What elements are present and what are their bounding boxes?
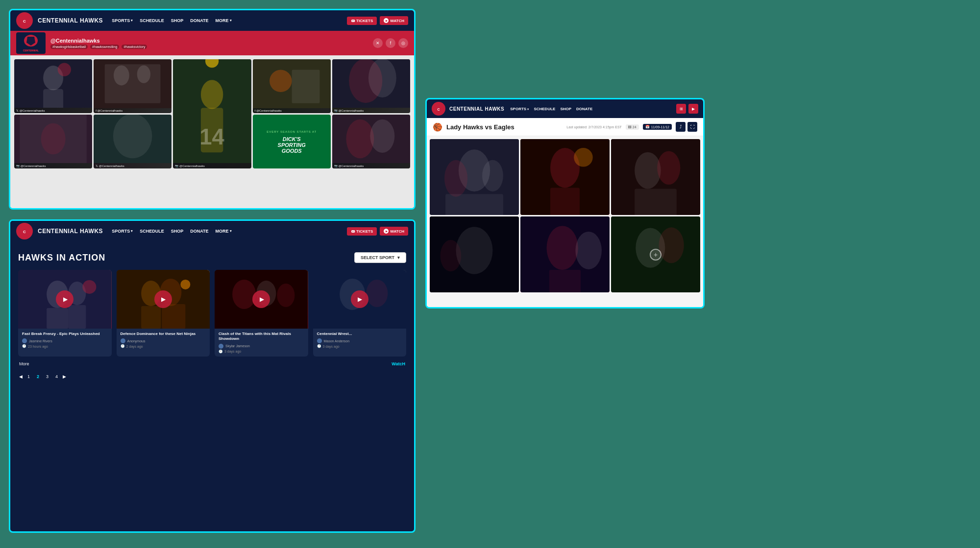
video-card-3[interactable]: Clash of the Titans with this Mat Rivals…	[215, 270, 308, 357]
p2-nav-schedule[interactable]: SCHEDULE	[140, 229, 164, 234]
grid-icon-btn[interactable]: ⊞	[676, 104, 686, 114]
gallery-photo-6[interactable]: +	[611, 216, 700, 292]
p2-watch-button[interactable]: WATCH	[380, 227, 408, 236]
svg-text:C: C	[437, 108, 440, 111]
panel3-brand: CENTENNIAL HAWKS	[449, 106, 504, 112]
select-sport-dropdown[interactable]: SELECT SPORT ▾	[354, 252, 406, 263]
p2-nav-sports[interactable]: SPORTS ▾	[112, 229, 133, 234]
dicks-tagline: EVERY SEASON STARTS AT	[265, 129, 318, 134]
page-next[interactable]: ▶	[63, 374, 66, 379]
svg-rect-8	[43, 89, 63, 108]
social-grid-item-tall[interactable]: 14 📷 @Centennialhawks	[173, 59, 251, 168]
expand-gallery-button[interactable]: +	[650, 249, 662, 261]
svg-rect-39	[68, 305, 86, 329]
social-banner-logo: CENTENNIAL	[16, 32, 46, 54]
video-info-2: Defence Dominance for these Net Ninjas A…	[117, 329, 210, 351]
p2-play-icon	[384, 229, 389, 234]
svg-rect-75	[549, 270, 581, 292]
play-button-2[interactable]	[154, 290, 172, 308]
gallery-photo-2[interactable]	[520, 139, 610, 215]
video-meta-2: Anonymous	[121, 338, 206, 343]
nav-shop[interactable]: SHOP	[171, 18, 184, 23]
social-grid-item[interactable]: f @Centennialhawks	[253, 59, 331, 113]
video-thumb-3	[215, 270, 308, 329]
pagination: ◀ 1 2 3 4 ▶	[18, 373, 406, 380]
gallery-meta: Last updated: 2/7/2023 4:15pm EST 🖼 24 📅…	[566, 122, 697, 132]
page-1[interactable]: 1	[25, 373, 32, 380]
social-grid-item[interactable]: 📷 @Centennialhawks	[14, 115, 92, 168]
p3-nav-donate[interactable]: DONATE	[576, 107, 592, 111]
social-grid-item[interactable]: 📷 @Centennialhawks	[332, 59, 410, 113]
dicks-logo: DICK'SSPORTINGGOODS	[278, 136, 306, 154]
instagram-icon-btn[interactable]: ◎	[398, 38, 408, 48]
svg-point-66	[635, 152, 661, 189]
nav-schedule[interactable]: SCHEDULE	[140, 18, 164, 23]
video-thumb-1	[18, 270, 112, 329]
nav-sports[interactable]: SPORTS ▾	[112, 18, 133, 23]
svg-point-31	[346, 119, 374, 159]
author-avatar-3	[219, 344, 223, 349]
p3-nav-sports[interactable]: SPORTS ▾	[510, 107, 529, 111]
svg-rect-11	[105, 64, 161, 103]
social-label-6: 📷 @Centennialhawks	[14, 163, 92, 168]
play-button-3[interactable]	[252, 290, 270, 308]
fullscreen-button[interactable]: ⛶	[687, 122, 697, 132]
play-button-4[interactable]	[351, 290, 368, 308]
video-title-2: Defence Dominance for these Net Ninjas	[121, 332, 206, 336]
gallery-photo-5[interactable]	[520, 216, 610, 292]
p2-ticket-icon: 🎟	[351, 229, 355, 234]
watch-button[interactable]: WATCH	[380, 16, 408, 25]
svg-text:C: C	[23, 230, 26, 234]
clock-icon-4: 🕐	[317, 344, 321, 348]
svg-point-73	[547, 226, 578, 270]
video-meta-1: Jasmine Rivers	[22, 338, 108, 343]
gallery-photo-3[interactable]	[611, 139, 700, 215]
gallery-photo-4[interactable]	[430, 216, 519, 292]
video-icon-btn[interactable]: ▶	[688, 104, 698, 114]
page-prev[interactable]: ◀	[19, 374, 23, 379]
p2-nav-donate[interactable]: DONATE	[190, 229, 208, 234]
video-card-2[interactable]: Defence Dominance for these Net Ninjas A…	[117, 270, 210, 357]
author-avatar-4	[317, 338, 322, 343]
video-author-1: Jasmine Rivers	[29, 339, 52, 343]
svg-point-58	[444, 160, 467, 197]
video-card-1[interactable]: Fast Break Frenzy - Epic Plays Unleashed…	[18, 270, 112, 357]
more-link[interactable]: More	[19, 361, 29, 366]
p2-nav-shop[interactable]: SHOP	[171, 229, 184, 234]
facebook-icon-btn[interactable]: f	[386, 38, 395, 48]
social-grid-item[interactable]: f @Centennialhawks	[94, 59, 172, 113]
page-3[interactable]: 3	[44, 373, 50, 380]
social-grid-item[interactable]: 𝕏 @Centennialhawks	[14, 59, 92, 113]
nav-more[interactable]: MORE ▾	[216, 18, 232, 23]
panel3-navbar: C CENTENNIAL HAWKS SPORTS ▾ SCHEDULE SHO…	[427, 99, 703, 118]
social-label-3: 📷 @Centennialhawks	[173, 163, 251, 168]
svg-point-67	[657, 151, 680, 185]
play-button-1[interactable]	[56, 290, 74, 308]
video-card-4[interactable]: Centennial Wrest... Mason Anderson 🕐 3 d…	[313, 270, 407, 357]
gallery-updated: Last updated: 2/7/2023 4:15pm EST	[566, 125, 621, 129]
panel-hawks-action: C CENTENNIAL HAWKS SPORTS ▾ SCHEDULE SHO…	[9, 219, 416, 533]
panel2-navbar-actions: 🎟 TICKETS WATCH	[347, 227, 408, 236]
dicks-ad[interactable]: EVERY SEASON STARTS AT DICK'SSPORTINGGOO…	[253, 115, 331, 168]
page-4[interactable]: 4	[53, 373, 60, 380]
social-grid-item[interactable]: 𝕏 @Centennialhawks	[94, 115, 172, 168]
share-button[interactable]: ⤴	[676, 122, 686, 132]
svg-rect-63	[550, 188, 580, 215]
social-grid-item[interactable]: 📷 @Centennialhawks	[332, 115, 410, 168]
twitter-icon-btn[interactable]: ✕	[373, 38, 383, 48]
p3-nav-schedule[interactable]: SCHEDULE	[534, 107, 555, 111]
video-time-4: 🕐 3 days ago	[317, 344, 403, 348]
p3-nav-shop[interactable]: SHOP	[560, 107, 571, 111]
gallery-photo-1[interactable]	[430, 139, 519, 215]
p2-tickets-button[interactable]: 🎟 TICKETS	[347, 227, 377, 236]
svg-point-59	[482, 160, 503, 191]
tickets-button[interactable]: 🎟 TICKETS	[347, 17, 377, 25]
p2-nav-more[interactable]: MORE ▾	[216, 229, 232, 234]
nav-donate[interactable]: DONATE	[190, 18, 208, 23]
page-2[interactable]: 2	[35, 373, 41, 380]
watch-link[interactable]: WatcH	[392, 361, 405, 366]
svg-point-29	[113, 115, 152, 158]
photo-gallery-grid: +	[427, 136, 703, 300]
panel3-nav: SPORTS ▾ SCHEDULE SHOP DONATE	[510, 107, 672, 111]
svg-point-53	[366, 280, 388, 307]
